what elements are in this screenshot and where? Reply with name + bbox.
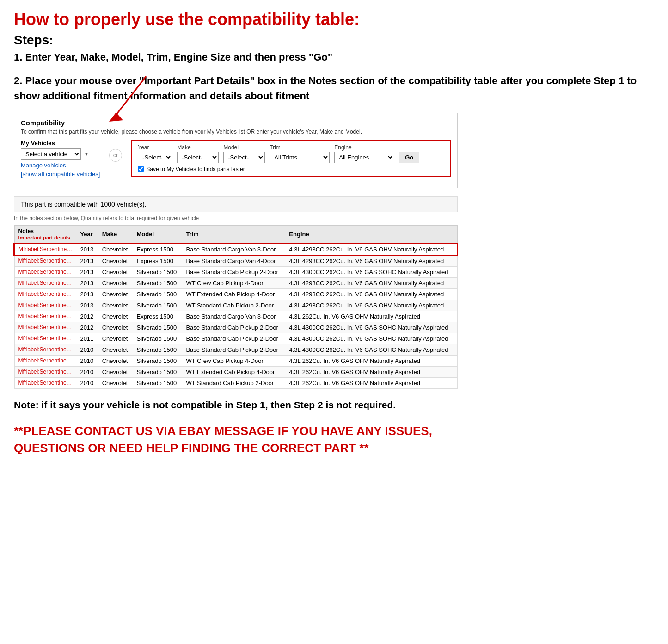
compat-desc: To confirm that this part fits your vehi…: [21, 129, 451, 135]
save-checkbox[interactable]: [138, 166, 144, 172]
engine-field-group: Engine All Engines: [334, 144, 394, 163]
or-label: or: [109, 149, 122, 162]
trim-select[interactable]: All Trims: [270, 152, 330, 163]
col-header-year: Year: [76, 225, 98, 244]
compatibility-table: Notes Important part details Year Make M…: [14, 225, 458, 389]
step1-text: 1. Enter Year, Make, Model, Trim, Engine…: [14, 50, 654, 65]
table-row: Mfrlabel:Serpentine ...2013ChevroletSilv…: [14, 266, 457, 277]
col-header-model: Model: [133, 225, 182, 244]
col-header-trim: Trim: [182, 225, 285, 244]
vehicle-select[interactable]: Select a vehicle: [21, 148, 81, 160]
model-field-group: Model -Select-: [223, 144, 265, 163]
compatible-banner: This part is compatible with 1000 vehicl…: [14, 196, 458, 212]
make-label: Make: [177, 144, 219, 151]
model-label: Model: [223, 144, 265, 151]
table-row: Mfrlabel:Serpentine ...2013ChevroletSilv…: [14, 277, 457, 288]
table-row: Mfrlabel:Serpentine ...2013ChevroletSilv…: [14, 300, 457, 311]
contact-text: **PLEASE CONTACT US VIA EBAY MESSAGE IF …: [14, 423, 476, 456]
engine-select[interactable]: All Engines: [334, 152, 394, 163]
model-select[interactable]: -Select-: [223, 152, 265, 163]
table-row: Mfrlabel:Serpentine ...2010ChevroletSilv…: [14, 355, 457, 366]
table-row: Mfrlabel:Serpentine ....2013ChevroletExp…: [14, 244, 457, 255]
compatibility-section: Compatibility To confirm that this part …: [14, 113, 458, 188]
year-select[interactable]: -Select-: [138, 152, 172, 163]
manage-vehicles-link[interactable]: Manage vehicles: [21, 162, 100, 169]
make-field-group: Make -Select-: [177, 144, 219, 163]
col-header-engine: Engine: [285, 225, 457, 244]
table-row: Mfrlabel:Serpentine ...2010ChevroletSilv…: [14, 377, 457, 388]
bottom-note: Note: if it says your vehicle is not com…: [14, 398, 499, 411]
year-field-group: Year -Select-: [138, 144, 172, 163]
compat-title: Compatibility: [21, 119, 451, 127]
table-row: Mfrlabel:Serpentine ...2012ChevroletExpr…: [14, 311, 457, 322]
my-vehicles-section: My Vehicles Select a vehicle ▼ Manage ve…: [21, 140, 100, 178]
save-checkbox-label: Save to My Vehicles to finds parts faste…: [146, 166, 245, 172]
steps-heading: Steps:: [14, 33, 654, 48]
quantity-note: In the notes section below, Quantity ref…: [14, 215, 654, 221]
page-title: How to properly use the compatibility ta…: [14, 9, 654, 29]
table-row: Mfrlabel:Serpentine ...2010ChevroletSilv…: [14, 366, 457, 377]
show-all-link[interactable]: [show all compatible vehicles]: [21, 171, 100, 178]
important-part-details-header: Important part details: [18, 235, 70, 240]
make-select[interactable]: -Select-: [177, 152, 219, 163]
trim-label: Trim: [270, 144, 330, 151]
year-label: Year: [138, 144, 172, 151]
step2-text: 2. Place your mouse over "Important Part…: [14, 73, 654, 104]
year-make-form: Year -Select- Make -Select- Model -Selec…: [131, 140, 451, 177]
my-vehicles-label: My Vehicles: [21, 140, 100, 147]
table-row: Mfrlabel:Serpentine....2013ChevroletExpr…: [14, 255, 457, 267]
trim-field-group: Trim All Trims: [270, 144, 330, 163]
table-row: Mfrlabel:Serpentine ...2012ChevroletSilv…: [14, 322, 457, 333]
col-header-make: Make: [98, 225, 133, 244]
engine-label: Engine: [334, 144, 394, 151]
go-button[interactable]: Go: [399, 152, 419, 163]
table-row: Mfrlabel:Serpentine ...2013ChevroletSilv…: [14, 288, 457, 300]
table-row: Mfrlabel:Serpentine ...2011ChevroletSilv…: [14, 333, 457, 344]
table-row: Mfrlabel:Serpentine ...2010ChevroletSilv…: [14, 344, 457, 355]
save-checkbox-row: Save to My Vehicles to finds parts faste…: [138, 166, 444, 172]
dropdown-arrow-icon: ▼: [84, 151, 89, 157]
col-header-notes: Notes Important part details: [14, 225, 76, 244]
